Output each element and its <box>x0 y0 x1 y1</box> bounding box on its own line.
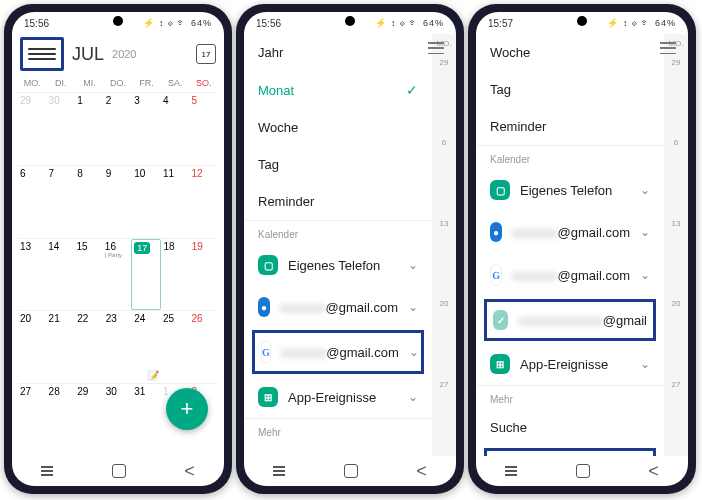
day-cell[interactable]: 16| Party <box>103 239 131 311</box>
cal-sub-calendar[interactable]: ✓xxxxxxxxxxxxx@gmail <box>484 299 656 341</box>
day-cell[interactable]: 19 <box>190 239 218 311</box>
chevron-down-icon[interactable]: ⌄ <box>408 300 418 314</box>
drawer: Jahr Monat✓ Woche Tag Reminder Kalender … <box>244 34 456 456</box>
back-button[interactable]: < <box>416 461 427 482</box>
nav-bar[interactable]: < <box>476 456 688 486</box>
view-reminder[interactable]: Reminder <box>476 108 664 145</box>
chevron-down-icon[interactable]: ⌄ <box>409 345 419 359</box>
day-cell[interactable]: 8 <box>75 166 104 238</box>
time: 15:56 <box>256 18 281 29</box>
recent-apps-button[interactable] <box>273 470 285 472</box>
phone-icon: ▢ <box>258 255 278 275</box>
day-cell[interactable]: 5 <box>189 93 218 165</box>
home-button[interactable] <box>576 464 590 478</box>
chevron-down-icon[interactable]: ⌄ <box>640 268 650 282</box>
nav-bar[interactable]: < <box>244 456 456 486</box>
day-cell[interactable]: 18 <box>161 239 189 311</box>
calendar-header: JUL 2020 17 <box>12 34 224 74</box>
home-button[interactable] <box>344 464 358 478</box>
google-icon: G <box>261 341 271 363</box>
back-button[interactable]: < <box>648 461 659 482</box>
chevron-down-icon[interactable]: ⌄ <box>640 183 650 197</box>
cal-account-1[interactable]: ●xxxxxxx@gmail.com⌄ <box>244 286 432 328</box>
view-month[interactable]: Monat✓ <box>244 71 432 109</box>
view-day[interactable]: Tag <box>476 71 664 108</box>
search[interactable]: Suche <box>476 409 664 446</box>
cal-google-account[interactable]: Gxxxxxxx@gmail.com⌄ <box>476 253 664 297</box>
recent-apps-button[interactable] <box>505 470 517 472</box>
view-reminder[interactable]: Reminder <box>244 183 432 220</box>
section-calendars: Kalender <box>244 220 432 244</box>
cal-phone[interactable]: ▢Eigenes Telefon⌄ <box>244 244 432 286</box>
cal-account-1[interactable]: ●xxxxxxx@gmail.com⌄ <box>476 211 664 253</box>
chevron-down-icon[interactable]: ⌄ <box>408 390 418 404</box>
time: 15:56 <box>24 18 49 29</box>
check-circle-icon: ✓ <box>493 310 508 330</box>
day-cell[interactable]: 29 <box>75 384 104 456</box>
day-cell[interactable]: 12 <box>189 166 218 238</box>
view-day[interactable]: Tag <box>244 146 432 183</box>
status-icons: ⚡ ↕ ⊘ ᯤ 64% <box>375 18 444 28</box>
home-button[interactable] <box>112 464 126 478</box>
day-cell[interactable]: 23 <box>104 311 133 383</box>
day-cell[interactable]: 1 <box>75 93 104 165</box>
chevron-down-icon[interactable]: ⌄ <box>408 258 418 272</box>
cal-app-events[interactable]: ⊞App-Ereignisse⌄ <box>244 376 432 418</box>
day-cell[interactable]: 11 <box>161 166 190 238</box>
status-icons: ⚡ ↕ ⊘ ᯤ 64% <box>607 18 676 28</box>
cal-google-account[interactable]: Gxxxxxxx@gmail.com⌄ <box>252 330 424 374</box>
back-button[interactable]: < <box>184 461 195 482</box>
day-cell[interactable]: 15 <box>75 239 103 311</box>
menu-icon[interactable] <box>660 42 664 54</box>
section-calendars: Kalender <box>476 145 664 169</box>
day-cell[interactable]: 30 <box>104 384 133 456</box>
day-cell[interactable]: 27 <box>18 384 47 456</box>
view-year[interactable]: Jahr <box>244 34 432 71</box>
menu-button[interactable] <box>20 37 64 71</box>
apps-icon: ⊞ <box>490 354 510 374</box>
day-cell[interactable]: 6 <box>18 166 47 238</box>
day-cell[interactable]: 24📝 <box>132 311 161 383</box>
today-icon[interactable]: 17 <box>196 44 216 64</box>
recent-apps-button[interactable] <box>41 470 53 472</box>
day-cell[interactable]: 29 <box>18 93 47 165</box>
day-cell[interactable]: 17 <box>131 239 161 311</box>
day-cell[interactable]: 22 <box>75 311 104 383</box>
background-dates: MO.296132027 <box>664 34 688 456</box>
day-cell[interactable]: 2 <box>104 93 133 165</box>
day-cell[interactable]: 28 <box>47 384 76 456</box>
menu-icon[interactable] <box>428 42 432 54</box>
day-cell[interactable]: 4 <box>161 93 190 165</box>
add-event-fab[interactable]: + <box>166 388 208 430</box>
chevron-down-icon[interactable]: ⌄ <box>640 357 650 371</box>
drawer-panel[interactable]: Jahr Monat✓ Woche Tag Reminder Kalender … <box>244 34 432 456</box>
day-cell[interactable]: 3 <box>132 93 161 165</box>
day-cell[interactable]: 13 <box>18 239 46 311</box>
day-cell[interactable]: 20 <box>18 311 47 383</box>
day-cell[interactable]: 9 <box>104 166 133 238</box>
day-cell[interactable]: 14 <box>46 239 74 311</box>
section-more: Mehr <box>244 418 432 442</box>
view-week[interactable]: Woche <box>244 109 432 146</box>
year-label: 2020 <box>112 48 136 60</box>
cal-phone[interactable]: ▢Eigenes Telefon⌄ <box>476 169 664 211</box>
day-cell[interactable]: 7 <box>47 166 76 238</box>
day-cell[interactable]: 21 <box>47 311 76 383</box>
sync-now[interactable]: Jetzt synchronisieren <box>484 448 656 456</box>
drawer-panel[interactable]: Woche Tag Reminder Kalender ▢Eigenes Tel… <box>476 34 664 456</box>
days-of-week: MO.DI.MI.DO.FR.SA.SO. <box>12 74 224 92</box>
status-icons: ⚡ ↕ ⊘ ᯤ 64% <box>143 18 212 28</box>
day-cell[interactable]: 26 <box>189 311 218 383</box>
phone-icon: ▢ <box>490 180 510 200</box>
day-cell[interactable]: 30 <box>47 93 76 165</box>
day-cell[interactable]: 10 <box>132 166 161 238</box>
day-cell[interactable]: 31 <box>132 384 161 456</box>
nav-bar[interactable]: < <box>12 456 224 486</box>
view-week[interactable]: Woche <box>476 34 664 71</box>
search[interactable]: Suche <box>244 442 432 456</box>
month-title[interactable]: JUL <box>72 44 104 65</box>
cal-app-events[interactable]: ⊞App-Ereignisse⌄ <box>476 343 664 385</box>
chevron-down-icon[interactable]: ⌄ <box>640 225 650 239</box>
samsung-icon: ● <box>258 297 270 317</box>
day-cell[interactable]: 25 <box>161 311 190 383</box>
